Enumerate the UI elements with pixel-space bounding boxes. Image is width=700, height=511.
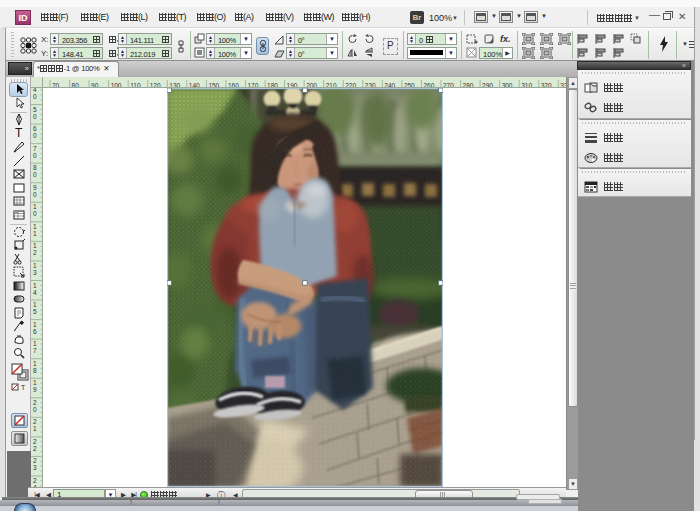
svg-text:T: T [21, 384, 26, 391]
svg-text:0: 0 [33, 406, 37, 413]
svg-text:7: 7 [33, 347, 37, 354]
svg-text:2: 2 [33, 477, 37, 484]
svg-text:0: 0 [33, 171, 37, 178]
svg-text:2: 2 [33, 445, 37, 452]
svg-text:0: 0 [33, 132, 37, 139]
svg-text:T: T [15, 127, 23, 139]
svg-text:1: 1 [33, 262, 37, 269]
svg-text:4: 4 [33, 289, 37, 296]
svg-text:1: 1 [33, 425, 37, 432]
svg-text:6: 6 [33, 328, 37, 335]
svg-text:2: 2 [33, 438, 37, 445]
svg-text:0: 0 [33, 210, 37, 217]
svg-text:5: 5 [33, 106, 37, 113]
svg-text:6: 6 [33, 125, 37, 132]
svg-text:2: 2 [33, 457, 37, 464]
svg-text:8: 8 [33, 367, 37, 374]
svg-text:1: 1 [33, 360, 37, 367]
svg-text:0: 0 [33, 191, 37, 198]
svg-text:9: 9 [33, 184, 37, 191]
svg-text:2: 2 [33, 249, 37, 256]
svg-text:1: 1 [33, 301, 37, 308]
svg-text:1: 1 [33, 379, 37, 386]
svg-text:1: 1 [33, 321, 37, 328]
svg-text:8: 8 [33, 164, 37, 171]
svg-text:2: 2 [33, 418, 37, 425]
svg-text:1: 1 [33, 282, 37, 289]
svg-text:7: 7 [33, 145, 37, 152]
svg-text:1: 1 [33, 223, 37, 230]
svg-text:1: 1 [33, 242, 37, 249]
svg-text:0: 0 [33, 93, 37, 100]
svg-text:1: 1 [33, 203, 37, 210]
svg-text:3: 3 [33, 269, 37, 276]
svg-text:9: 9 [33, 386, 37, 393]
svg-text:0: 0 [33, 152, 37, 159]
svg-text:1: 1 [33, 340, 37, 347]
svg-text:2: 2 [33, 399, 37, 406]
svg-text:5: 5 [33, 308, 37, 315]
svg-text:1: 1 [33, 230, 37, 237]
svg-text:3: 3 [33, 464, 37, 471]
svg-text:0: 0 [33, 113, 37, 120]
